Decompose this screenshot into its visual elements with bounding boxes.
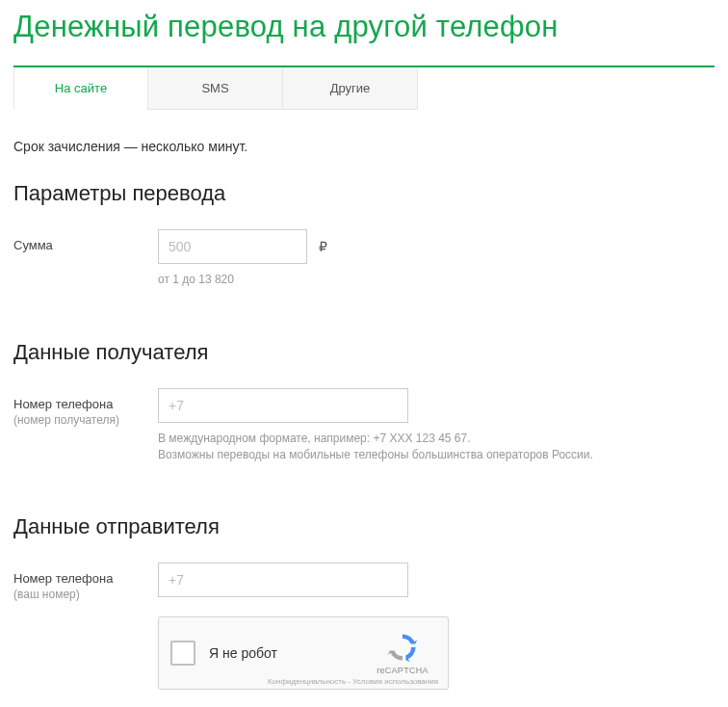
sender-phone-label: Номер телефона [13,571,158,588]
recipient-hint-operators: Возможны переводы на мобильные телефоны … [158,447,715,463]
currency-symbol: ₽ [319,239,327,254]
amount-label: Сумма [13,229,158,254]
section-title-sender: Данные отправителя [13,514,715,539]
recaptcha-checkbox[interactable] [170,641,195,666]
section-transfer-params: Параметры перевода Сумма ₽ от 1 до 13 82… [13,181,715,311]
recaptcha-privacy-link[interactable]: Конфиденциальность [268,677,346,686]
section-recipient: Данные получателя Номер телефона (номер … [13,340,715,486]
recaptcha-widget: Я не робот reCAPTCHA Конфиденциальность … [158,616,449,690]
amount-hint: от 1 до 13 820 [158,272,715,288]
tabs: На сайте SMS Другие [13,65,715,110]
section-title-recipient: Данные получателя [13,340,715,365]
tab-on-site[interactable]: На сайте [13,67,148,110]
page-title: Денежный перевод на другой телефон [13,10,715,44]
tab-sms[interactable]: SMS [148,67,283,110]
sender-phone-input[interactable] [158,563,408,597]
tab-other[interactable]: Другие [283,67,418,110]
recaptcha-icon [386,631,419,664]
amount-input[interactable] [158,229,307,264]
recaptcha-terms-link[interactable]: Условия использования [352,677,438,686]
section-title-params: Параметры перевода [13,181,715,206]
credit-time-info: Срок зачисления — несколько минут. [13,139,715,154]
recipient-phone-label: Номер телефона [13,397,158,413]
recaptcha-brand: reCAPTCHA [369,666,436,675]
recipient-phone-sublabel: (номер получателя) [13,413,158,429]
section-sender: Данные отправителя Номер телефона (ваш н… [13,514,715,689]
recipient-hint-format: В международном формате, например: +7 XX… [158,431,715,447]
recipient-phone-input[interactable] [158,388,408,423]
recaptcha-label: Я не робот [209,645,369,661]
sender-phone-sublabel: (ваш номер) [13,588,158,603]
